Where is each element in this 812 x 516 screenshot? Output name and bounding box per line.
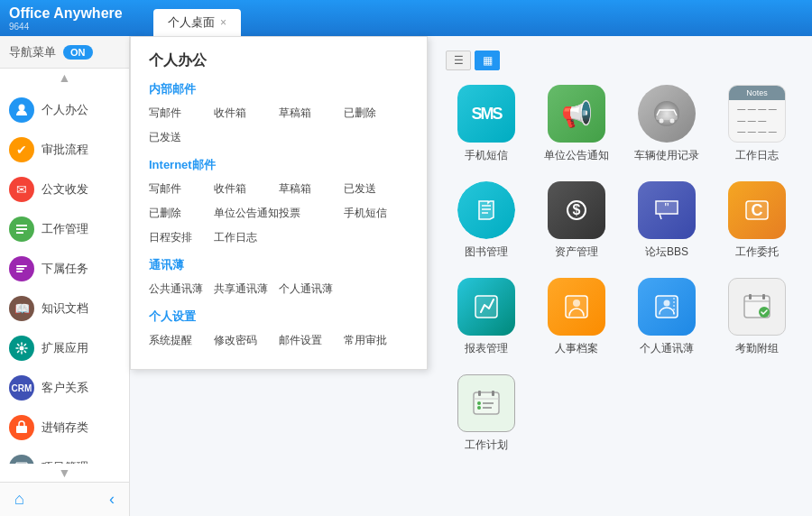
sidebar-item-personal[interactable]: 个人办公: [0, 90, 129, 130]
tab-close-btn[interactable]: ×: [220, 16, 226, 29]
view-toggle: ☰ ▦: [446, 51, 798, 70]
personal-settings-grid: 系统提醒 修改密码 邮件设置 常用审批: [149, 330, 409, 351]
app-notes[interactable]: Notes — — — — — — — — — — — 工作日志: [716, 85, 798, 163]
svg-point-20: [573, 299, 580, 307]
sidebar-header: 导航菜单 ON: [0, 36, 129, 69]
svg-text:$: $: [573, 202, 581, 217]
subtask-icon: [9, 256, 34, 281]
internal-mail-grid: 写邮件 收件箱 草稿箱 已删除 已发送: [149, 103, 409, 148]
sidebar-item-subtask[interactable]: 下属任务: [0, 249, 129, 289]
personal-contacts[interactable]: 个人通讯薄: [279, 279, 344, 299]
tab-label: 个人桌面: [168, 14, 215, 31]
hrfile-label: 人事档案: [555, 341, 598, 356]
app-grid: SMS 手机短信 📢 单位公告通知: [446, 85, 798, 453]
deleted-2[interactable]: 已删除: [149, 203, 214, 224]
deleted-1[interactable]: 已删除: [344, 103, 409, 124]
notice-icon: 📢: [548, 85, 605, 143]
plan-icon: [457, 374, 515, 432]
sidebar-footer: ⌂ ‹: [0, 482, 129, 516]
svg-point-0: [19, 105, 25, 111]
personal-icon: [9, 97, 34, 123]
sidebar-nav: 个人办公 ✔ 审批流程 ✉ 公文收发 工作管理 下属任务: [0, 87, 129, 464]
svg-text:C: C: [752, 201, 763, 219]
app-library[interactable]: 图书管理: [446, 181, 527, 260]
write-mail-1[interactable]: 写邮件: [149, 103, 214, 124]
sidebar: 导航菜单 ON ▲ 个人办公 ✔ 审批流程 ✉ 公文收发: [0, 36, 130, 516]
app-report[interactable]: 报表管理: [446, 278, 527, 356]
collapse-btn[interactable]: ‹: [109, 490, 115, 509]
vote[interactable]: 投票: [279, 203, 344, 224]
sidebar-item-mail[interactable]: ✉ 公文收发: [0, 170, 129, 209]
sys-reminder[interactable]: 系统提醒: [149, 330, 214, 351]
tab-personal-desk[interactable]: 个人桌面 ×: [153, 9, 241, 36]
schedule[interactable]: 日程安排: [149, 227, 214, 248]
sidebar-item-label: 进销存类: [42, 419, 88, 436]
work-log[interactable]: 工作日志: [214, 227, 279, 248]
list-view-btn[interactable]: ☰: [446, 51, 471, 70]
sidebar-item-knowledge[interactable]: 📖 知识文档: [0, 289, 129, 328]
app-personal-contacts[interactable]: 个人通讯薄: [626, 278, 707, 356]
home-btn[interactable]: ⌂: [14, 490, 24, 509]
personal-contacts-label: 个人通讯薄: [640, 341, 694, 356]
app-delegate[interactable]: C 工作委托: [716, 181, 798, 260]
scroll-down-btn[interactable]: ▼: [0, 464, 129, 482]
draft-2[interactable]: 草稿箱: [279, 179, 344, 199]
mobile-msg[interactable]: 手机短信: [344, 203, 409, 224]
svg-rect-2: [16, 228, 27, 230]
sidebar-item-project[interactable]: 项目管理: [0, 447, 129, 464]
svg-point-9: [670, 119, 675, 124]
sidebar-item-label: 公文收发: [42, 181, 88, 198]
public-contacts[interactable]: 公共通讯薄: [149, 279, 214, 299]
svg-rect-3: [16, 232, 23, 234]
sms-label: 手机短信: [465, 148, 508, 163]
svg-point-33: [477, 406, 481, 410]
car-label: 车辆使用记录: [634, 148, 699, 163]
app-forum[interactable]: " 论坛BBS: [626, 181, 707, 260]
app-plan[interactable]: 工作计划: [446, 374, 527, 453]
section-personal-settings: 个人设置: [149, 309, 409, 325]
shared-contacts[interactable]: 共享通讯薄: [214, 279, 279, 299]
change-password[interactable]: 修改密码: [214, 330, 279, 351]
sent-1[interactable]: 已发送: [149, 127, 214, 148]
app-sms[interactable]: SMS 手机短信: [446, 85, 527, 163]
svg-rect-1: [16, 225, 27, 226]
svg-point-22: [664, 300, 670, 307]
content-area: 个人办公 内部邮件 写邮件 收件箱 草稿箱 已删除 已发送 Internet邮件…: [130, 36, 812, 516]
nav-toggle[interactable]: ON: [63, 45, 93, 60]
svg-rect-28: [762, 294, 765, 299]
sidebar-item-task[interactable]: 工作管理: [0, 209, 129, 249]
svg-point-4: [20, 346, 24, 351]
dropdown-title: 个人办公: [149, 51, 409, 70]
internet-mail-grid: 写邮件 收件箱 草稿箱 已发送 已删除 单位公告通知 投票 手机短信 日程安排 …: [149, 179, 409, 248]
app-attendance[interactable]: 考勤附组: [716, 278, 798, 356]
assets-label: 资产管理: [555, 244, 598, 260]
common-approval[interactable]: 常用审批: [344, 330, 409, 351]
app-car[interactable]: 车辆使用记录: [626, 85, 707, 163]
svg-rect-27: [749, 294, 752, 299]
inventory-icon: [9, 415, 34, 440]
forum-icon: ": [638, 181, 696, 239]
unit-notice[interactable]: 单位公告通知: [214, 203, 279, 224]
sidebar-item-approval[interactable]: ✔ 审批流程: [0, 130, 129, 170]
sidebar-item-inventory[interactable]: 进销存类: [0, 408, 129, 447]
inbox-2[interactable]: 收件箱: [214, 179, 279, 199]
svg-rect-5: [16, 426, 27, 433]
project-icon: [9, 455, 34, 464]
plan-label: 工作计划: [465, 438, 508, 453]
sidebar-item-label: 客户关系: [42, 380, 88, 396]
personal-contacts-icon: [638, 278, 696, 336]
svg-point-31: [477, 401, 481, 405]
mail-settings[interactable]: 邮件设置: [279, 330, 344, 351]
scroll-up-btn[interactable]: ▲: [0, 69, 129, 87]
draft-1[interactable]: 草稿箱: [279, 103, 344, 124]
write-mail-2[interactable]: 写邮件: [149, 179, 214, 199]
car-icon: [638, 85, 696, 143]
sidebar-item-extend[interactable]: 扩展应用: [0, 328, 129, 368]
app-assets[interactable]: $ 资产管理: [536, 181, 617, 260]
sidebar-item-crm[interactable]: CRM 客户关系: [0, 368, 129, 408]
app-notice[interactable]: 📢 单位公告通知: [536, 85, 617, 163]
sent-2[interactable]: 已发送: [344, 179, 409, 199]
inbox-1[interactable]: 收件箱: [214, 103, 279, 124]
grid-view-btn[interactable]: ▦: [475, 51, 500, 70]
app-hrfile[interactable]: 人事档案: [536, 278, 617, 356]
